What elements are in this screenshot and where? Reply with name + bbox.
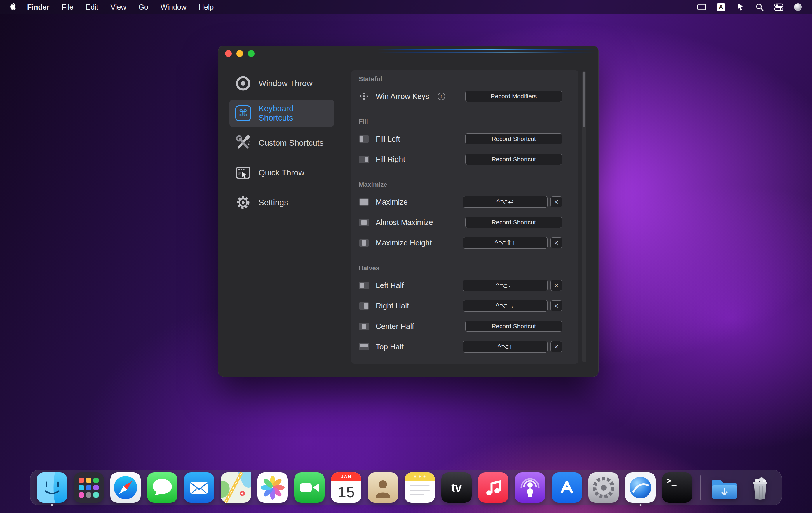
record-modifiers-button[interactable]: Record Modifiers xyxy=(465,91,562,102)
dock-icon-notes[interactable] xyxy=(405,473,435,503)
row-label: Maximize xyxy=(376,198,408,207)
dock-icon-tv[interactable]: tv xyxy=(441,473,472,503)
dock-icon-photos[interactable] xyxy=(257,473,288,503)
menu-view[interactable]: View xyxy=(105,3,133,11)
zoom-button[interactable] xyxy=(248,50,255,57)
dock-icon-system-preferences[interactable] xyxy=(588,473,619,503)
clear-shortcut-button[interactable]: × xyxy=(550,237,562,248)
shortcut-field[interactable]: ^⌥⇧↑ xyxy=(463,237,548,249)
record-shortcut-button[interactable]: Record Shortcut xyxy=(465,321,562,332)
window-throw-icon xyxy=(234,74,252,92)
control-center-icon[interactable] xyxy=(774,2,783,12)
close-button[interactable] xyxy=(225,50,232,57)
menu-file[interactable]: File xyxy=(55,3,79,11)
window-controls xyxy=(225,50,255,57)
input-source-badge: A xyxy=(717,3,725,11)
terminal-prompt: >_ xyxy=(667,476,676,486)
shortcuts-panel: Stateful Win Arrow Keys i Record Modifie… xyxy=(351,70,579,364)
menu-app-name[interactable]: Finder xyxy=(21,3,55,11)
maximize-icon xyxy=(359,199,369,206)
sidebar-item-label: Keyboard Shortcuts xyxy=(259,104,329,123)
menu-go[interactable]: Go xyxy=(133,3,154,11)
clear-shortcut-button[interactable]: × xyxy=(550,341,562,352)
dock-icon-window-manager[interactable] xyxy=(625,473,656,503)
menu-edit[interactable]: Edit xyxy=(80,3,105,11)
section-stateful: Stateful Win Arrow Keys i Record Modifie… xyxy=(351,72,579,107)
dock-icon-maps[interactable] xyxy=(221,473,251,503)
menu-window[interactable]: Window xyxy=(154,3,193,11)
command-glyph: ⌘ xyxy=(238,109,248,118)
spotlight-search-icon[interactable] xyxy=(755,2,764,12)
siri-icon[interactable] xyxy=(793,2,803,12)
scrollbar-thumb[interactable] xyxy=(583,72,585,127)
input-source-icon[interactable]: A xyxy=(716,2,726,12)
shortcut-field[interactable]: ^⌥→ xyxy=(463,300,548,312)
app-window: Window Throw ⌘ Keyboard Shortcuts Custom… xyxy=(218,46,599,377)
window-accent-stripe-2 xyxy=(377,52,598,53)
sidebar-item-keyboard-shortcuts[interactable]: ⌘ Keyboard Shortcuts xyxy=(229,99,334,127)
row-almost-maximize: Almost Maximize Record Shortcut xyxy=(351,212,579,233)
dock-icon-contacts[interactable] xyxy=(368,473,398,503)
dock-icon-music[interactable] xyxy=(478,473,509,503)
maximize-height-icon xyxy=(359,239,369,247)
row-center-half: Center Half Record Shortcut xyxy=(351,316,579,336)
calendar-month: JAN xyxy=(331,473,361,481)
apple-menu[interactable] xyxy=(8,2,21,12)
sidebar-item-quick-throw[interactable]: Quick Throw xyxy=(229,159,334,186)
dock-icon-finder[interactable] xyxy=(37,473,67,503)
calendar-day: 15 xyxy=(331,481,361,503)
row-win-arrow-keys: Win Arrow Keys i Record Modifiers xyxy=(351,86,579,107)
menu-help[interactable]: Help xyxy=(193,3,220,11)
shortcut-field[interactable]: ^⌥↩ xyxy=(463,196,548,208)
dock-icon-messages[interactable] xyxy=(147,473,177,503)
desktop: Finder File Edit View Go Window Help A xyxy=(0,0,812,513)
row-label: Center Half xyxy=(376,322,414,331)
section-title: Stateful xyxy=(351,72,579,86)
dock-divider xyxy=(700,475,700,500)
clear-shortcut-button[interactable]: × xyxy=(550,197,562,208)
sidebar-item-window-throw[interactable]: Window Throw xyxy=(229,70,334,97)
dock-icon-terminal[interactable]: >_ xyxy=(662,473,692,503)
shortcut-field[interactable]: ^⌥↑ xyxy=(463,341,548,353)
sidebar-item-label: Settings xyxy=(259,198,288,207)
dock-icon-launchpad[interactable] xyxy=(74,473,104,503)
minimize-button[interactable] xyxy=(236,50,243,57)
row-label: Top Half xyxy=(376,342,403,351)
row-label: Almost Maximize xyxy=(376,218,433,227)
scrollbar[interactable] xyxy=(582,71,586,362)
tv-logo: tv xyxy=(441,473,472,503)
keyboard-icon[interactable] xyxy=(697,2,706,12)
dock-icon-safari[interactable] xyxy=(110,473,141,503)
quick-throw-icon xyxy=(234,164,252,182)
dock-icon-downloads[interactable] xyxy=(708,473,738,503)
shortcut-field[interactable]: ^⌥← xyxy=(463,279,548,291)
dock-icon-podcasts[interactable] xyxy=(515,473,545,503)
record-shortcut-button[interactable]: Record Shortcut xyxy=(465,154,562,165)
sidebar-item-settings[interactable]: Settings xyxy=(229,189,334,216)
record-shortcut-button[interactable]: Record Shortcut xyxy=(465,133,562,145)
clear-shortcut-button[interactable]: × xyxy=(550,300,562,311)
row-controls: Record Modifiers xyxy=(465,91,562,102)
dock-icon-facetime[interactable] xyxy=(294,473,325,503)
dock-icon-trash[interactable] xyxy=(745,473,775,503)
sidebar: Window Throw ⌘ Keyboard Shortcuts Custom… xyxy=(218,46,351,377)
info-glyph: i xyxy=(440,94,442,99)
running-indicator xyxy=(51,504,53,506)
sidebar-item-custom-shortcuts[interactable]: Custom Shortcuts xyxy=(229,129,334,157)
clear-shortcut-button[interactable]: × xyxy=(550,280,562,291)
row-label: Left Half xyxy=(376,281,404,290)
tools-icon xyxy=(234,134,252,152)
fill-right-icon xyxy=(359,156,369,163)
gear-icon xyxy=(234,193,252,212)
app-status-cursor-icon[interactable] xyxy=(735,2,745,12)
info-icon[interactable]: i xyxy=(437,92,445,100)
record-shortcut-button[interactable]: Record Shortcut xyxy=(465,217,562,228)
almost-maximize-icon xyxy=(359,219,369,226)
sidebar-item-label: Window Throw xyxy=(259,79,313,88)
row-label: Fill Left xyxy=(376,134,400,144)
dock-icon-mail[interactable] xyxy=(184,473,214,503)
running-indicator xyxy=(639,504,642,506)
dock-icon-calendar[interactable]: JAN 15 xyxy=(331,473,361,503)
sidebar-item-label: Custom Shortcuts xyxy=(259,138,324,148)
dock-icon-app-store[interactable] xyxy=(552,473,582,503)
